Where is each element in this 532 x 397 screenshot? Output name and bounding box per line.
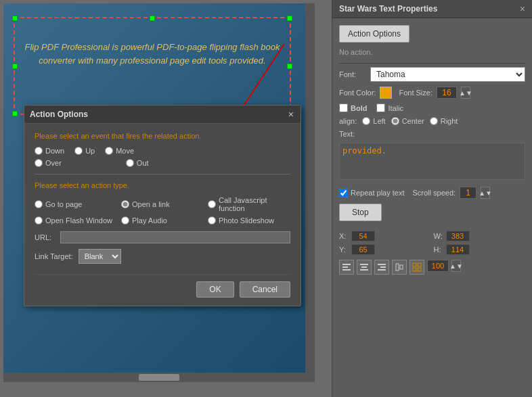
svg-rect-4 — [342, 269, 351, 271]
svg-rect-16 — [418, 268, 421, 271]
font-select[interactable]: Tahoma — [370, 67, 525, 82]
link-target-select[interactable]: Blank Self Parent Top — [79, 249, 121, 264]
event-over-option[interactable]: Over — [35, 159, 62, 167]
font-color-label: Font Color: — [339, 89, 376, 97]
hscrollbar-thumb[interactable] — [139, 374, 179, 381]
dialog-close-button[interactable]: × — [287, 109, 295, 120]
action-openflash-radio[interactable] — [35, 216, 43, 225]
action-type-grid: Go to page Open a link Call Javascript f… — [35, 196, 290, 225]
svg-rect-13 — [413, 263, 416, 266]
y-label: Y: — [339, 246, 349, 254]
text-textarea[interactable]: provided. — [339, 143, 525, 180]
w-label: W: — [434, 232, 443, 240]
event-up-label: Up — [85, 147, 95, 155]
action-playaudio-radio[interactable] — [121, 216, 129, 225]
scroll-speed-spinner[interactable]: ▲▼ — [481, 187, 490, 199]
action-openlink-option[interactable]: Open a link — [121, 196, 204, 212]
action-openlink-radio[interactable] — [121, 200, 129, 208]
event-over-radio[interactable] — [35, 159, 43, 167]
align-left-radio[interactable] — [362, 117, 370, 125]
event-up-radio[interactable] — [74, 147, 83, 155]
scroll-speed-label: Scroll speed: — [413, 189, 456, 197]
dialog-buttons: OK Cancel — [35, 274, 290, 298]
event-radio-group2: Over Out — [35, 159, 290, 167]
italic-label: Italic — [388, 104, 403, 112]
italic-checkbox[interactable] — [376, 103, 385, 112]
link-target-label: Link Target: — [35, 252, 73, 260]
url-input[interactable] — [60, 231, 290, 243]
action-calljs-label: Call Javascript function — [219, 196, 290, 212]
align-right-radio[interactable] — [430, 117, 438, 125]
distribute-icon-btn[interactable] — [392, 260, 407, 275]
align-left-option[interactable]: Left — [362, 117, 385, 125]
y-coord-row: Y: 65 — [339, 244, 431, 255]
bold-checkbox[interactable] — [339, 103, 348, 112]
event-move-option[interactable]: Move — [105, 147, 134, 155]
grid-icon — [412, 262, 422, 272]
event-out-option[interactable]: Out — [126, 159, 149, 167]
percent-input[interactable] — [427, 260, 449, 272]
scroll-speed-input[interactable] — [460, 187, 476, 199]
font-size-input[interactable] — [437, 87, 457, 99]
canvas-vscrollbar[interactable] — [305, 3, 315, 373]
action-options-button[interactable]: Action Options — [339, 25, 409, 43]
font-color-size-row: Font Color: Font Size: ▲▼ — [339, 87, 525, 99]
no-action-text: No action. — [339, 48, 525, 56]
font-color-swatch[interactable] — [380, 87, 392, 99]
x-coord-row: X: 54 — [339, 231, 431, 241]
action-goto-radio[interactable] — [35, 200, 43, 208]
h-value: 114 — [446, 244, 470, 255]
event-out-label: Out — [137, 159, 149, 167]
svg-rect-3 — [342, 266, 348, 268]
svg-rect-8 — [378, 264, 386, 265]
align-right-icon-btn[interactable] — [374, 260, 389, 275]
italic-option[interactable]: Italic — [376, 103, 403, 112]
coords-grid: X: 54 W: 383 Y: 65 H: 114 — [339, 231, 525, 255]
grid-icon-btn[interactable] — [409, 260, 424, 275]
action-calljs-option[interactable]: Call Javascript function — [208, 196, 290, 212]
align-right-icon — [377, 262, 386, 272]
action-openflash-label: Open Flash Window — [45, 216, 112, 225]
action-photoslideshow-radio[interactable] — [208, 216, 216, 225]
percent-spinner[interactable]: ▲▼ — [451, 260, 461, 272]
bold-option[interactable]: Bold — [339, 103, 367, 112]
event-move-label: Move — [116, 147, 134, 155]
distribute-icon — [395, 262, 404, 272]
repeat-play-option[interactable]: Repeat play text — [339, 189, 405, 197]
align-center-radio[interactable] — [391, 117, 399, 125]
font-size-spinner[interactable]: ▲▼ — [461, 87, 470, 99]
instruction1-text: Please select an event that fires the re… — [35, 132, 290, 140]
url-label: URL: — [35, 233, 55, 241]
w-value: 383 — [446, 231, 470, 241]
cancel-button[interactable]: Cancel — [240, 281, 290, 298]
event-down-label: Down — [45, 147, 64, 155]
event-out-radio[interactable] — [126, 159, 134, 167]
event-over-label: Over — [45, 159, 62, 167]
align-label: align: — [339, 117, 357, 125]
action-calljs-radio[interactable] — [208, 200, 216, 208]
action-playaudio-option[interactable]: Play Audio — [121, 216, 204, 225]
action-goto-option[interactable]: Go to page — [35, 196, 117, 212]
align-left-icon-btn[interactable] — [339, 260, 354, 275]
svg-rect-14 — [418, 263, 421, 266]
panel-divider1 — [339, 63, 525, 64]
event-down-radio[interactable] — [35, 147, 43, 155]
stop-button[interactable]: Stop — [339, 204, 382, 221]
align-center-icon-btn[interactable] — [357, 260, 372, 275]
action-photoslideshow-option[interactable]: Photo Slideshow — [208, 216, 290, 225]
event-up-option[interactable]: Up — [74, 147, 95, 155]
repeat-play-checkbox[interactable] — [339, 189, 348, 197]
align-center-option[interactable]: Center — [391, 117, 424, 125]
ok-button[interactable]: OK — [196, 281, 234, 298]
panel-close-button[interactable]: × — [520, 3, 525, 14]
align-right-option[interactable]: Right — [430, 117, 458, 125]
action-openflash-option[interactable]: Open Flash Window — [35, 216, 117, 225]
event-down-option[interactable]: Down — [35, 147, 64, 155]
url-row: URL: — [35, 231, 290, 243]
canvas-hscrollbar[interactable] — [3, 373, 315, 382]
event-move-radio[interactable] — [105, 147, 113, 155]
stop-btn-container: Stop — [339, 204, 525, 227]
panel-title: Star Wars Text Properties — [339, 4, 437, 14]
right-panel: Star Wars Text Properties × Action Optio… — [332, 0, 532, 397]
svg-rect-7 — [360, 269, 368, 271]
